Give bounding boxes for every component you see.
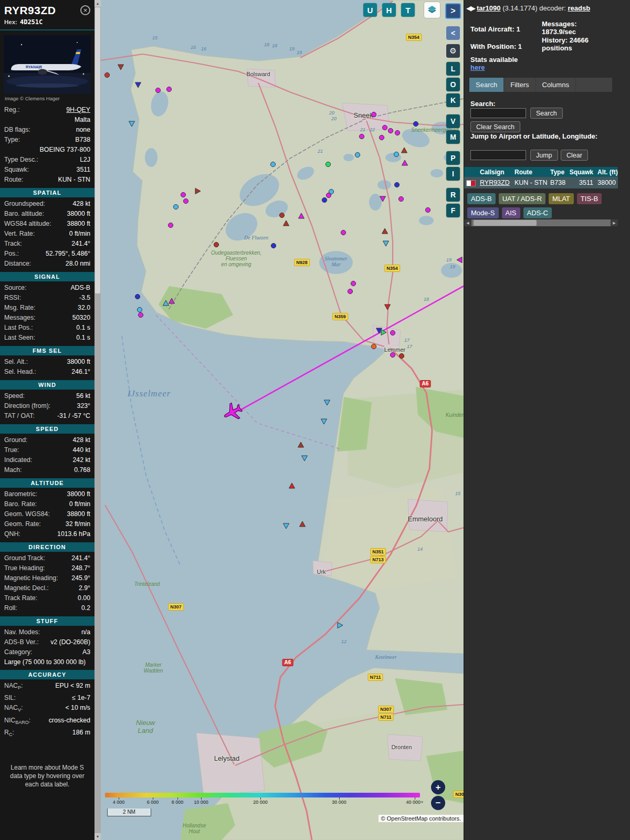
aircraft-marker[interactable]	[134, 293, 141, 300]
scroll-down-icon[interactable]: ▼	[94, 833, 101, 840]
filter-badge-ads-c[interactable]: ADS-C	[523, 207, 552, 218]
aircraft-marker[interactable]	[425, 207, 431, 213]
aircraft-marker[interactable]	[326, 192, 332, 198]
aircraft-marker[interactable]	[167, 222, 174, 228]
map-button-v[interactable]: V	[446, 114, 460, 128]
col-route[interactable]: Route	[512, 169, 548, 176]
sidebar-scrollbar[interactable]: ▲ ▼	[94, 0, 101, 840]
sidebar-open-button[interactable]: >	[445, 3, 461, 19]
aircraft-marker[interactable]	[456, 257, 463, 263]
settings-button[interactable]: ⚙	[446, 44, 460, 58]
tab-search[interactable]: Search	[469, 78, 503, 92]
aircraft-marker[interactable]	[398, 353, 405, 359]
aircraft-marker[interactable]	[371, 111, 377, 118]
aircraft-marker[interactable]	[298, 442, 304, 448]
scrollbar-track[interactable]	[471, 219, 611, 226]
aircraft-marker[interactable]	[382, 228, 388, 234]
aircraft-photo[interactable]: RYANAIR	[4, 35, 91, 94]
map-button-r[interactable]: R	[446, 188, 460, 202]
col-alt[interactable]: Alt. (ft)	[595, 169, 618, 176]
filter-badge-ads-b[interactable]: ADS-B	[467, 193, 496, 204]
jump-button[interactable]: Jump	[530, 150, 558, 161]
map-button-p[interactable]: P	[446, 151, 460, 165]
filter-badge-mode-s[interactable]: Mode-S	[467, 207, 499, 218]
cell-callsign[interactable]: RYR93ZD	[478, 179, 512, 186]
aircraft-marker[interactable]	[289, 482, 295, 489]
aircraft-marker[interactable]	[135, 82, 141, 88]
scroll-up-icon[interactable]: ▲	[94, 0, 101, 7]
aircraft-marker[interactable]	[324, 400, 330, 406]
map-button-o[interactable]: O	[446, 78, 460, 91]
aircraft-marker[interactable]	[393, 151, 400, 158]
aircraft-marker[interactable]	[383, 240, 389, 247]
aircraft-marker[interactable]	[350, 280, 356, 287]
aircraft-marker[interactable]	[384, 304, 391, 310]
clear-search-button[interactable]: Clear Search	[470, 121, 520, 132]
aircraft-marker[interactable]	[166, 86, 172, 92]
horizontal-scrollbar[interactable]: ◀ ▶	[464, 219, 618, 226]
aircraft-marker[interactable]	[183, 198, 189, 204]
aircraft-marker[interactable]	[270, 161, 276, 167]
aircraft-marker[interactable]	[337, 622, 343, 628]
map-button-k[interactable]: K	[446, 93, 460, 107]
aircraft-marker[interactable]	[118, 64, 124, 70]
col-type[interactable]: Type	[548, 169, 567, 176]
filter-badge-uat-ads-r[interactable]: UAT / ADS-R	[499, 193, 545, 204]
close-icon[interactable]: ×	[80, 5, 90, 15]
zoom-in-button[interactable]: +	[431, 780, 445, 794]
aircraft-marker[interactable]	[299, 521, 306, 527]
panel-collapse-arrows-icon[interactable]: ◀▶	[466, 4, 475, 12]
aircraft-marker[interactable]	[394, 182, 400, 188]
scrollbar-thumb[interactable]	[474, 220, 537, 226]
aircraft-marker[interactable]	[402, 160, 408, 166]
aircraft-marker[interactable]	[129, 121, 135, 127]
aircraft-marker[interactable]	[390, 330, 396, 336]
map-attribution[interactable]: © OpenStreetMap contributors.	[379, 815, 464, 822]
aircraft-marker[interactable]	[213, 242, 219, 248]
filter-badge-mlat[interactable]: MLAT	[549, 193, 574, 204]
col-callsign[interactable]: Callsign	[478, 169, 512, 176]
tar1090-link[interactable]: tar1090	[477, 4, 501, 12]
aircraft-marker[interactable]	[104, 72, 110, 78]
aircraft-marker[interactable]	[413, 121, 419, 127]
aircraft-marker[interactable]	[401, 147, 407, 153]
aircraft-marker[interactable]	[169, 298, 175, 304]
table-row[interactable]: RYR93ZD KUN - STN B738 3511 38000	[464, 177, 618, 188]
aircraft-marker[interactable]	[379, 134, 385, 141]
aircraft-marker[interactable]	[279, 212, 285, 218]
map-button-m[interactable]: M	[446, 130, 460, 144]
aircraft-marker[interactable]	[270, 243, 277, 249]
aircraft-marker[interactable]	[163, 300, 169, 306]
aircraft-marker[interactable]	[301, 455, 308, 461]
map[interactable]: BolswardSneekSneekermeergebiedDe Fluezen…	[101, 0, 464, 840]
aircraft-marker[interactable]	[381, 329, 387, 335]
aircraft-marker[interactable]	[390, 352, 396, 358]
aircraft-marker[interactable]	[340, 229, 346, 236]
aircraft-marker[interactable]	[138, 312, 144, 318]
map-button-f[interactable]: F	[446, 204, 460, 217]
scrollbar-thumb[interactable]	[95, 7, 100, 293]
aircraft-marker[interactable]	[321, 418, 327, 425]
aircraft-marker[interactable]	[283, 523, 289, 529]
search-button[interactable]: Search	[530, 108, 563, 119]
data-value[interactable]: 9H-QEY	[66, 106, 90, 114]
jump-clear-button[interactable]: Clear	[561, 150, 588, 161]
aircraft-marker[interactable]	[155, 87, 161, 93]
scroll-right-icon[interactable]: ▶	[611, 219, 618, 226]
aircraft-marker[interactable]	[325, 161, 331, 167]
aircraft-marker[interactable]	[283, 220, 289, 226]
tab-filters[interactable]: Filters	[504, 78, 535, 92]
map-button-i[interactable]: I	[446, 167, 460, 181]
aircraft-marker[interactable]	[347, 288, 353, 295]
aircraft-marker[interactable]	[380, 196, 386, 202]
layers-button[interactable]	[424, 2, 440, 18]
map-button-t[interactable]: T	[401, 3, 415, 17]
col-squawk[interactable]: Squawk	[567, 169, 595, 176]
readsb-link[interactable]: readsb	[568, 4, 590, 12]
map-button-l[interactable]: L	[446, 62, 460, 76]
sidebar-collapse-button[interactable]: <	[446, 26, 460, 40]
jump-input[interactable]	[470, 150, 526, 160]
search-input[interactable]	[470, 108, 526, 118]
aircraft-marker[interactable]	[359, 133, 365, 140]
filter-badge-tis-b[interactable]: TIS-B	[577, 193, 602, 204]
